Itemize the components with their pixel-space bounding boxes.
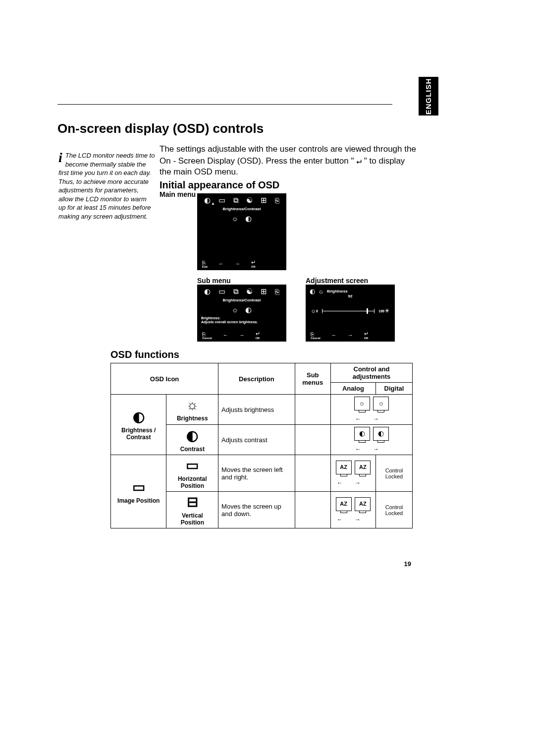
left-arrow-icon: ← xyxy=(218,261,224,267)
th-digital: Digital xyxy=(375,383,412,395)
range-max: 100 xyxy=(378,309,384,313)
cell-brightness-desc: Adjusts brightness xyxy=(218,395,295,425)
osd-sub-menu: ◐ ▭ ⧉ ☯ ⊞ ⎘ Brightness/Contrast ☼ ◐ Brig… xyxy=(197,285,286,342)
osd-section-title: Brightness/Contrast xyxy=(197,207,286,211)
exit-icon: ⎘ xyxy=(275,196,279,205)
cancel-button: ⎘Cancel xyxy=(311,331,321,340)
info-icon: i xyxy=(58,151,62,164)
ok-button: ↵OK xyxy=(256,331,260,340)
options-icon: ⊞ xyxy=(261,196,267,205)
adjustment-label: Brightness xyxy=(327,289,348,293)
monitor-icon: ☼ xyxy=(354,397,370,410)
brightness-contrast-icon: ◐ xyxy=(310,288,315,295)
brightness-icon: ☼ xyxy=(318,288,324,295)
image-setup-icon: ⧉ xyxy=(233,196,239,205)
cell-vpos-digital: Control Locked xyxy=(375,492,412,528)
language-tab: ENGLISH xyxy=(419,77,438,116)
left-arrow-icon: ← xyxy=(331,332,337,338)
th-controls: Control and adjustments xyxy=(330,363,412,383)
monitor-icon: ☼ xyxy=(373,397,389,410)
brightness-contrast-icon: ◐ xyxy=(114,408,163,425)
section-initial-appearance: Initial appearance of OSD xyxy=(160,179,279,191)
image-position-icon: ▭ xyxy=(114,479,163,495)
monitor-icon: AZ xyxy=(336,461,352,474)
cell-brightness-icon: ☼ Brightness xyxy=(166,395,218,425)
cell-empty xyxy=(295,492,330,528)
image-position-icon: ▭ xyxy=(218,287,225,296)
horizontal-position-icon: ▭ xyxy=(169,457,215,473)
contrast-icon: ◐ xyxy=(169,427,215,444)
page-title: On-screen display (OSD) controls xyxy=(57,121,264,136)
monitor-icon: ◐ xyxy=(354,427,370,441)
brightness-contrast-icon: ◐▲ xyxy=(204,196,211,205)
ok-button: ↵OK xyxy=(251,259,256,268)
left-arrow-icon: ← xyxy=(223,332,228,338)
right-arrow-icon: → xyxy=(348,332,353,338)
cell-empty xyxy=(295,455,330,492)
brightness-low-icon: ☼ xyxy=(311,307,316,314)
info-note: i The LCD monitor needs time to become t… xyxy=(58,151,155,221)
right-arrow-icon: → xyxy=(235,261,240,267)
intro-paragraph: The settings adjustable with the user co… xyxy=(160,144,417,177)
monitor-icon: AZ xyxy=(355,497,371,511)
right-arrow-icon: → xyxy=(239,332,245,338)
cancel-button: ⎘Cancel xyxy=(202,331,212,340)
cell-vpos-icon: ⊟ Vertical Position xyxy=(166,492,218,528)
slider xyxy=(322,311,374,311)
image-properties-icon: ☯ xyxy=(246,287,253,296)
page-number: 19 xyxy=(404,560,411,568)
cell-hpos-icon: ▭ Horizontal Position xyxy=(166,455,218,492)
section-osd-functions: OSD functions xyxy=(110,349,179,360)
cell-brightness-controls: ☼ ☼ ←→ xyxy=(330,395,412,425)
brightness-contrast-icon: ◐ xyxy=(204,287,211,296)
osd-adjustment-screen: ◐ ☼ Brightness 92 ☼ 0 100 ☀ ⎘Cancel ← → … xyxy=(306,285,395,342)
left-right-arrows-icon: ←→ xyxy=(337,415,409,422)
label-main-menu: Main menu xyxy=(160,190,196,198)
image-setup-icon: ⧉ xyxy=(233,287,239,296)
th-submenus: Sub menus xyxy=(295,363,330,395)
left-right-arrows-icon: ←→ xyxy=(337,516,373,523)
osd-functions-table: OSD Icon Description Sub menus Control a… xyxy=(110,363,413,528)
left-right-arrows-icon: ←→ xyxy=(337,479,373,486)
th-analog: Analog xyxy=(330,383,375,395)
monitor-icon: ◐ xyxy=(373,427,389,441)
exit-button: ⎘Exit xyxy=(202,260,208,268)
image-position-icon: ▭ xyxy=(218,196,225,205)
osd-description: Brightness: Adjusts overall screen brigh… xyxy=(197,314,286,325)
contrast-icon: ◐ xyxy=(245,305,252,314)
options-icon: ⊞ xyxy=(261,287,267,296)
cell-contrast-desc: Adjusts contrast xyxy=(218,425,295,455)
cell-empty xyxy=(295,425,330,455)
brightness-high-icon: ☀ xyxy=(384,307,390,314)
cell-contrast-controls: ◐ ◐ ←→ xyxy=(330,425,412,455)
cell-contrast-icon: ◐ Contrast xyxy=(166,425,218,455)
ok-button: ↵OK xyxy=(364,331,369,340)
th-description: Description xyxy=(218,363,295,395)
brightness-icon: ☼ xyxy=(232,214,239,223)
range-min: 0 xyxy=(316,309,318,313)
cell-empty xyxy=(295,395,330,425)
image-properties-icon: ☯ xyxy=(246,196,253,205)
label-sub-menu: Sub menu xyxy=(197,277,231,285)
monitor-icon: AZ xyxy=(336,497,352,511)
label-adjustment-screen: Adjustment screen xyxy=(306,277,368,285)
exit-icon: ⎘ xyxy=(275,288,279,296)
cell-vpos-analog: AZ AZ ←→ xyxy=(330,492,375,528)
brightness-icon: ☼ xyxy=(232,305,239,314)
cell-bc-group: ◐ Brightness / Contrast xyxy=(111,395,166,455)
th-osd-icon: OSD Icon xyxy=(111,363,218,395)
osd-main-menu: ◐▲ ▭ ⧉ ☯ ⊞ ⎘ Brightness/Contrast ☼ ◐ ⎘Ex… xyxy=(197,193,286,270)
brightness-icon: ☼ xyxy=(169,397,215,413)
cell-ip-group: ▭ Image Position xyxy=(111,455,166,528)
header-rule xyxy=(57,104,392,105)
osd-section-title: Brightness/Contrast xyxy=(197,298,286,302)
contrast-icon: ◐ xyxy=(245,214,252,223)
cell-hpos-digital: Control Locked xyxy=(375,455,412,492)
cell-hpos-analog: AZ AZ ←→ xyxy=(330,455,375,492)
enter-icon: ↵ xyxy=(356,155,362,166)
monitor-icon: AZ xyxy=(355,461,371,474)
cell-vpos-desc: Moves the screen up and down. xyxy=(218,492,295,528)
cell-hpos-desc: Moves the screen left and right. xyxy=(218,455,295,492)
left-right-arrows-icon: ←→ xyxy=(337,446,409,453)
vertical-position-icon: ⊟ xyxy=(169,494,215,510)
